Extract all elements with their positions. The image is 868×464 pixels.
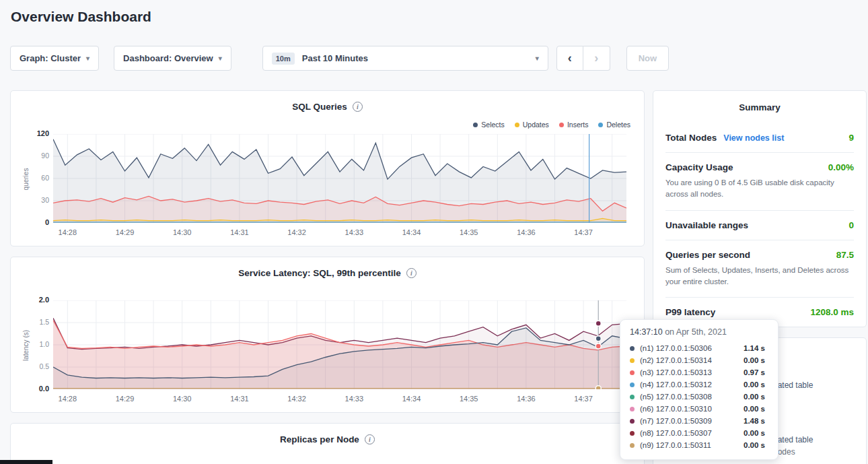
info-icon[interactable]: i [406,268,417,278]
node-latency-value: 0.00 s [744,441,765,449]
x-axis-tick: 14:31 [230,228,249,236]
tooltip-node-row: (n4) 127.0.0.1:503120.00 s [630,378,768,391]
chevron-down-icon: ▾ [536,55,539,62]
p99-latency-label: P99 latency [665,307,715,317]
chart-title-row: Replicas per Node i [11,434,644,444]
summary-row-unavailable: Unavailable ranges 0 [665,210,854,240]
time-step-buttons: ‹ › [556,46,610,71]
graph-dropdown-label: Graph: Cluster [20,53,81,63]
legend-item-selects[interactable]: Selects [473,121,504,129]
tooltip-node-row: (n7) 127.0.0.1:503091.48 s [630,415,768,427]
node-address: (n7) 127.0.0.1:50309 [640,417,741,425]
now-button[interactable]: Now [626,46,669,71]
total-nodes-value: 9 [848,133,854,143]
time-prev-button[interactable]: ‹ [556,46,583,71]
tooltip-node-row: (n5) 127.0.0.1:503080.00 s [630,391,768,403]
node-color-dot [630,431,635,436]
x-axis-tick: 14:36 [517,228,536,236]
summary-row-qps: Queries per second 87.5 Sum of Selects, … [665,240,854,298]
node-latency-value: 0.00 s [744,380,765,389]
y-axis-tick: 0.0 [22,385,49,393]
tooltip-node-row: (n2) 127.0.0.1:503140.00 s [630,354,768,366]
legend-item-updates[interactable]: Updates [515,121,549,129]
node-color-dot [630,395,635,399]
node-color-dot [630,346,635,351]
y-axis-tick: 0 [22,218,49,226]
x-axis-tick: 14:30 [173,395,192,403]
node-address: (n2) 127.0.0.1:50314 [640,356,741,364]
event-item-fragment[interactable]: eated table [773,435,813,444]
qps-description: Sum of Selects, Updates, Inserts, and De… [665,265,854,288]
node-latency-value: 0.00 s [744,393,765,401]
node-color-dot [630,419,635,424]
view-nodes-list-link[interactable]: View nodes list [723,133,784,143]
node-color-dot [630,370,635,375]
info-icon[interactable]: i [353,102,363,112]
capacity-description: You are using 0 B of 4.5 GiB usable disk… [665,177,854,201]
time-next-button[interactable]: › [583,46,610,71]
legend-label: Updates [523,121,549,129]
legend-item-deletes[interactable]: Deletes [598,121,630,129]
x-axis-tick: 14:31 [230,395,249,403]
capacity-value: 0.00% [828,162,854,172]
node-address: (n1) 127.0.0.1:50306 [640,344,741,352]
x-axis-tick: 14:35 [460,228,478,236]
legend-label: Selects [481,121,504,129]
y-axis-tick: 0.5 [22,362,49,370]
time-range-selector[interactable]: 10m Past 10 Minutes ▾ [262,46,548,71]
time-range-label: Past 10 Minutes [302,53,368,63]
dashboard-dropdown[interactable]: Dashboard: Overview ▾ [114,46,231,71]
node-color-dot [630,358,635,363]
info-icon[interactable]: i [365,434,375,444]
y-axis-tick: 2.0 [22,296,49,304]
chart-hover-tooltip: 14:37:10 on Apr 5th, 2021 (n1) 127.0.0.1… [620,319,779,460]
unavailable-ranges-label: Unavailable ranges [665,220,748,230]
chart-title: Service Latency: SQL, 99th percentile [238,268,401,278]
legend-item-inserts[interactable]: Inserts [559,121,589,129]
node-address: (n8) 127.0.0.1:50307 [640,429,741,437]
graph-dropdown[interactable]: Graph: Cluster ▾ [10,46,99,71]
chevron-down-icon: ▾ [219,55,222,62]
node-color-dot [630,383,635,387]
qps-value: 87.5 [836,250,854,260]
controls-bar: Graph: Cluster ▾ Dashboard: Overview ▾ 1… [10,46,669,71]
chart-legend: SelectsUpdatesInsertsDeletes [473,121,630,129]
node-color-dot [630,407,635,411]
clipped-chart-artifact [0,460,52,464]
chart-title: Replicas per Node [280,434,359,444]
service-latency-plot[interactable] [53,300,626,389]
summary-card: Summary Total Nodes View nodes list 9 Ca… [653,90,867,327]
node-address: (n9) 127.0.0.1:50311 [640,441,741,449]
x-axis-tick: 14:29 [116,228,135,236]
summary-row-capacity: Capacity Usage 0.00% You are using 0 B o… [665,152,854,210]
total-nodes-label: Total Nodes [665,133,717,143]
tooltip-node-row: (n8) 127.0.0.1:503070.00 s [630,427,768,439]
time-range-badge: 10m [272,53,295,65]
y-axis-tick: 90 [22,152,49,160]
node-latency-value: 0.00 s [744,405,765,413]
y-axis-tick: 30 [22,196,49,204]
x-axis-tick: 14:30 [173,228,192,236]
node-latency-value: 1.14 s [744,344,765,352]
legend-label: Inserts [567,121,589,129]
legend-dot [515,123,519,127]
node-latency-value: 0.00 s [744,356,765,364]
x-axis-tick: 14:32 [287,395,306,403]
qps-label: Queries per second [665,250,750,260]
event-item-fragment[interactable]: eated table [773,380,813,390]
node-latency-value: 1.48 s [744,417,765,425]
sql-queries-chart-card: SQL Queries i SelectsUpdatesInsertsDelet… [10,90,645,246]
p99-latency-value: 1208.0 ms [810,307,854,317]
tooltip-node-row: (n6) 127.0.0.1:503100.00 s [630,403,768,415]
y-axis-tick: 60 [22,174,49,182]
tooltip-time: 14:37:10 [630,327,663,337]
page-title: Overview Dashboard [11,9,151,25]
sql-queries-plot[interactable] [53,134,626,223]
x-axis-tick: 14:28 [59,228,77,236]
y-axis-tick: 1.5 [22,318,49,326]
tooltip-timestamp: 14:37:10 on Apr 5th, 2021 [630,327,768,337]
legend-dot [473,123,478,127]
x-axis-tick: 14:34 [402,228,421,236]
node-latency-value: 0.00 s [744,429,765,437]
replicas-chart-card: Replicas per Node i [10,423,645,464]
